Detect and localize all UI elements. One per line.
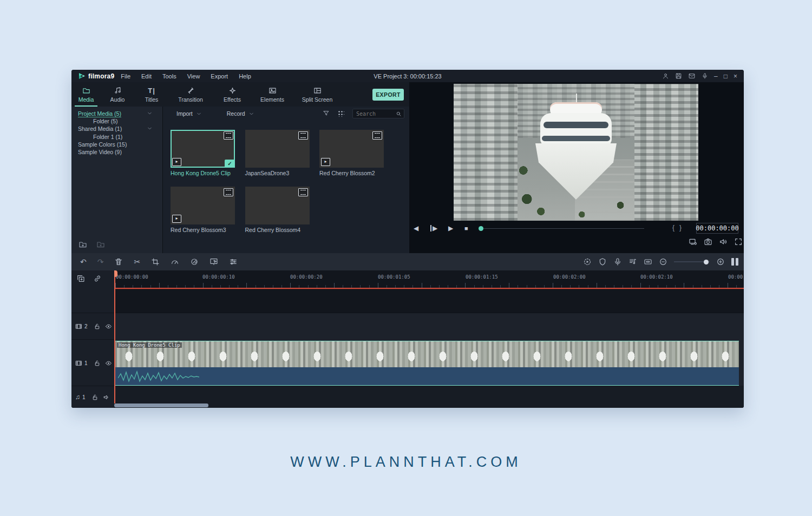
timeline-zoom-slider[interactable]	[674, 261, 710, 262]
timeline-body: 00:00:00:00 00:00:00:10 00:00:00:20 00:0…	[114, 270, 744, 408]
voiceover-mic-icon[interactable]	[613, 257, 622, 266]
undo-icon[interactable]: ↶	[80, 257, 87, 266]
zoom-in-icon[interactable]	[716, 257, 725, 266]
tab-media[interactable]: Media	[71, 82, 101, 107]
search-input[interactable]	[355, 110, 396, 117]
next-frame-button[interactable]: ▶	[430, 225, 437, 231]
track-height-icon[interactable]	[731, 258, 738, 266]
filter-icon[interactable]	[323, 110, 330, 117]
timeline-toolbar: ↶ ↷ ✂	[71, 253, 744, 271]
shield-icon[interactable]	[598, 257, 607, 266]
split-screen-icon	[313, 87, 322, 95]
sidebar-item-sample-video[interactable]: Sample Video (9)	[71, 148, 162, 156]
toggle-visibility-eye-icon[interactable]	[105, 360, 112, 367]
chevron-down-icon[interactable]	[147, 125, 153, 131]
menu-view[interactable]: View	[187, 73, 200, 80]
tab-titles[interactable]: T| Titles	[134, 82, 169, 107]
record-button[interactable]: Record	[227, 110, 254, 117]
chevron-down-icon[interactable]	[147, 110, 153, 116]
grid-view-icon[interactable]	[338, 110, 344, 117]
folder-icon	[82, 87, 90, 95]
lock-track-icon[interactable]	[94, 360, 101, 367]
delete-icon[interactable]	[114, 257, 123, 266]
import-button[interactable]: Import	[176, 110, 202, 117]
track-lane-video-2[interactable]	[114, 313, 744, 340]
media-toolbar: Import Record	[163, 107, 409, 121]
sidebar-item-folder-1[interactable]: Folder 1 (1)	[71, 133, 162, 141]
media-item-hong-kong-drone5[interactable]: ▸ ✓ Hong Kong Drone5 Clip	[171, 130, 235, 176]
add-folder-icon[interactable]	[78, 240, 88, 249]
manage-tracks-icon[interactable]	[76, 274, 85, 283]
timeline-ruler[interactable]: 00:00:00:00 00:00:00:10 00:00:00:20 00:0…	[114, 270, 744, 288]
timeline-clip-hong-kong-drone5[interactable]: Hong Kong Drone5 Clip	[115, 341, 739, 386]
link-icon[interactable]	[93, 274, 102, 283]
menu-tools[interactable]: Tools	[162, 73, 176, 80]
music-list-icon[interactable]	[628, 257, 637, 266]
save-icon[interactable]	[675, 72, 682, 80]
sidebar-item-sample-colors[interactable]: Sample Colors (15)	[71, 141, 162, 148]
close-button[interactable]: ×	[734, 73, 737, 80]
menu-edit[interactable]: Edit	[141, 73, 152, 80]
tab-effects[interactable]: Effects	[212, 82, 252, 107]
previous-frame-button[interactable]: ◀	[414, 223, 418, 234]
sidebar-item-project-media[interactable]: Project Media (5)	[71, 110, 162, 117]
track-lane-audio-1[interactable]	[114, 386, 744, 408]
maximize-button[interactable]: □	[724, 73, 728, 80]
tab-elements[interactable]: Elements	[252, 82, 292, 107]
menu-help[interactable]: Help	[239, 73, 251, 80]
search-box	[352, 109, 404, 118]
export-button[interactable]: EXPORT	[372, 89, 404, 101]
media-item-red-cherry-blossom3[interactable]: ▸ Red Cherry Blossom3	[171, 187, 235, 233]
filmstrip-icon	[298, 131, 308, 140]
lock-track-icon[interactable]	[91, 394, 99, 401]
speed-icon[interactable]	[171, 257, 179, 266]
zoom-to-fit-icon[interactable]	[644, 257, 652, 266]
volume-icon[interactable]	[719, 237, 728, 246]
play-button[interactable]: ▶	[448, 223, 453, 234]
display-settings-icon[interactable]	[689, 237, 697, 246]
timeline-horizontal-scrollbar[interactable]	[114, 403, 208, 407]
mark-out-button[interactable]: }	[679, 224, 682, 231]
mute-track-speaker-icon[interactable]	[103, 394, 110, 401]
media-item-red-cherry-blossom2[interactable]: ▸ Red Cherry Blossom2	[319, 130, 384, 176]
effects-star-icon	[228, 87, 237, 95]
minimize-button[interactable]: –	[714, 73, 718, 80]
account-icon[interactable]	[662, 72, 669, 80]
color-correction-icon[interactable]	[190, 257, 199, 266]
tab-audio[interactable]: Audio	[101, 82, 134, 107]
stop-button[interactable]: ■	[464, 223, 468, 234]
tab-transition[interactable]: Transition	[169, 82, 212, 107]
sidebar-item-folder[interactable]: Folder (5)	[71, 117, 162, 125]
zoom-slider-handle[interactable]	[704, 260, 709, 264]
filmora-logo-icon	[78, 72, 86, 80]
crop-icon[interactable]	[151, 257, 160, 266]
delete-folder-icon[interactable]	[96, 240, 106, 249]
fullscreen-icon[interactable]	[734, 237, 743, 246]
microphone-icon[interactable]	[702, 72, 708, 80]
lock-track-icon[interactable]	[94, 323, 101, 330]
split-scissors-icon[interactable]: ✂	[134, 257, 140, 266]
render-preview-icon[interactable]	[583, 257, 592, 266]
seek-bar[interactable]	[480, 228, 644, 229]
snapshot-camera-icon[interactable]	[704, 237, 712, 246]
tab-split-screen[interactable]: Split Screen	[292, 82, 342, 107]
music-note-icon	[114, 87, 122, 95]
redo-icon[interactable]: ↷	[97, 257, 104, 266]
mark-in-button[interactable]: {	[672, 224, 675, 231]
menu-file[interactable]: File	[121, 73, 130, 80]
toggle-visibility-eye-icon[interactable]	[105, 323, 112, 330]
playhead-handle[interactable]	[114, 270, 117, 277]
menu-export[interactable]: Export	[211, 73, 228, 80]
sidebar-item-shared-media[interactable]: Shared Media (1)	[71, 125, 162, 133]
media-item-red-cherry-blossom4[interactable]: Red Cherry Blossom4	[245, 187, 310, 233]
video-left-building	[454, 84, 518, 221]
folder-actions	[78, 240, 106, 249]
mail-icon[interactable]	[688, 72, 696, 80]
media-item-japan-sea-drone3[interactable]: JapanSeaDrone3	[245, 130, 310, 176]
seek-handle[interactable]	[479, 226, 483, 231]
audio-mixer-icon[interactable]	[229, 257, 238, 266]
zoom-out-icon[interactable]	[659, 257, 667, 266]
motion-tracking-icon[interactable]	[209, 257, 218, 266]
playhead[interactable]	[114, 270, 115, 403]
search-icon[interactable]	[396, 111, 402, 117]
